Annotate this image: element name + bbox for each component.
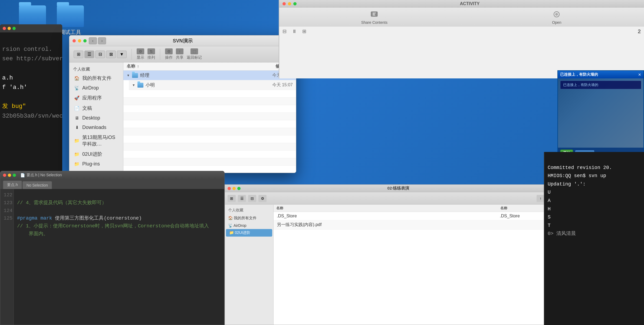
view-flow-btn[interactable]: ⊠ xyxy=(106,51,116,58)
view-col-btn[interactable]: ⊟ xyxy=(95,51,105,58)
be-max[interactable] xyxy=(13,174,16,177)
view-list-btn[interactable]: ☰ xyxy=(84,51,94,58)
view-dropdown[interactable]: ▼ xyxy=(117,51,127,58)
nav-back[interactable]: ‹ xyxy=(89,37,97,44)
minimize-button[interactable] xyxy=(8,27,11,30)
all-files-icon: 🏠 xyxy=(74,75,80,81)
brf-sidebar-item-2[interactable]: 📡 AirDrop xyxy=(225,222,273,229)
share-contents-icon xyxy=(369,9,380,19)
vm-close[interactable]: ✕ xyxy=(638,72,641,77)
file-name-xiaoming: 小明 xyxy=(146,82,155,88)
sort-btn[interactable]: ⇅ 排列 xyxy=(147,48,155,60)
term-line-u: U xyxy=(548,190,551,195)
plugins-icon: 📁 xyxy=(74,161,80,167)
file-rows: ▼ 经理 今天 15:07 ▼ 小明 今天 15:07 xyxy=(123,71,296,166)
brf-file-name-1: .DS_Store xyxy=(277,214,500,218)
rp-max[interactable] xyxy=(293,2,297,5)
sidebar-item-downloads[interactable]: ⬇ Downloads xyxy=(70,123,122,132)
brf-title: 02·练练表演 xyxy=(387,186,409,191)
display-btn[interactable]: ⚙ 显示 xyxy=(137,48,144,60)
bottom-right-finder: 02·练练表演 ⊞ ☰ ⊟ ⚙ ↑ 🔍 个人收藏 🏠 我的所有文件 📡 AirD… xyxy=(225,184,557,325)
file-row-empty-9 xyxy=(123,151,296,158)
vm-title: 已连接上，有防火墙的 xyxy=(560,72,637,77)
sidebar-item-heima[interactable]: 📁 第13期黑马iOS学科故… xyxy=(70,132,122,149)
be-tab-label: 要点.h | No Selection xyxy=(27,173,62,178)
sidebar-item-airdrop[interactable]: 📡 AirDrop xyxy=(70,83,122,93)
maximize-button[interactable] xyxy=(12,27,16,30)
folder-icon-jingli xyxy=(132,73,138,78)
nav-forward[interactable]: › xyxy=(98,37,106,44)
brf-action[interactable]: ⚙ xyxy=(258,195,267,202)
close-button[interactable] xyxy=(3,27,6,30)
desktop: 主程序集 调试工具 rsion control. see http://subv… xyxy=(0,0,644,325)
documents-icon: 📄 xyxy=(74,105,80,111)
brf-view3[interactable]: ⊟ xyxy=(248,195,256,202)
share-contents-tool[interactable]: Share Contents xyxy=(361,9,387,25)
rp-close[interactable] xyxy=(282,2,286,5)
desktop-label: Desktop xyxy=(82,115,100,121)
brf-share[interactable]: ↑ xyxy=(537,195,545,202)
col-name-header[interactable]: 名称 ↑ xyxy=(127,64,249,69)
be-min[interactable] xyxy=(8,174,11,177)
apps-label: 应用程序 xyxy=(82,95,102,101)
return-btn[interactable]: ⬚ 返回标记 xyxy=(187,48,202,60)
code-line-1: rsion control. xyxy=(2,46,52,53)
brf-view1[interactable]: ⊞ xyxy=(228,195,236,202)
brf-file-row-2[interactable]: 另一练习实践(内容).pdf xyxy=(274,220,557,230)
action-btn[interactable]: ⚙ 操作 xyxy=(165,48,173,60)
file-row-xiaoming[interactable]: ▼ 小明 今天 15:07 xyxy=(129,80,296,90)
code-content[interactable]: // 4、需求提及代码（其它大失败即可） #pragma mark 使用第三方图… xyxy=(14,189,224,325)
open-label: Open xyxy=(552,20,561,25)
file-row-empty-8 xyxy=(123,143,296,151)
brf-file-list: 名称 名称 .DS_Store .DS_Store 另一练习实践(内容).pdf xyxy=(274,205,557,325)
brf-view2[interactable]: ☰ xyxy=(238,195,246,202)
term-line-2: HMIOS:QQ sen$ svn up xyxy=(548,173,606,178)
terminal-content: Committed revision 20. HMIOS:QQ sen$ svn… xyxy=(544,152,644,250)
action-icon: ⚙ xyxy=(165,48,173,54)
rp-icon-1: ⊟ xyxy=(282,28,287,34)
file-row-jingli[interactable]: ▼ 经理 今天 15:07 xyxy=(123,71,296,80)
sidebar-item-plugins[interactable]: 📁 Plug-ins xyxy=(70,159,122,169)
finder-min[interactable] xyxy=(78,39,81,42)
folder-label-2: 调试工具 xyxy=(60,29,81,36)
view-icon-btn[interactable]: ⊞ xyxy=(74,51,83,58)
code-line-3: a.h xyxy=(2,75,13,81)
sidebar-item-apps[interactable]: 🚀 应用程序 xyxy=(70,93,122,103)
finder-close[interactable] xyxy=(73,39,76,42)
be-close[interactable] xyxy=(3,174,6,177)
file-row-name-jingli: ▼ 经理 xyxy=(127,72,249,78)
return-icon: ⬚ xyxy=(190,48,198,54)
term-line-1: Committed revision 20. xyxy=(548,165,612,170)
tab-yaodinh[interactable]: 要点.h xyxy=(3,181,22,189)
nav-arrows: ‹ › xyxy=(89,37,106,44)
ui-icon: 📁 xyxy=(74,151,80,157)
sidebar-item-ui[interactable]: 📁 02UI进阶 xyxy=(70,149,122,159)
svg-rect-3 xyxy=(373,15,375,15)
expand-triangle-jingli: ▼ xyxy=(127,74,130,77)
expand-triangle-xiaoming: ▼ xyxy=(132,83,135,87)
brf-file-row-1[interactable]: .DS_Store .DS_Store xyxy=(274,212,557,220)
brf-max[interactable] xyxy=(237,187,241,190)
tab-no-selection[interactable]: No Selection xyxy=(22,181,52,189)
brf-min[interactable] xyxy=(232,187,236,190)
brf-sidebar-item-1[interactable]: 🏠 我的所有文件 xyxy=(225,214,273,222)
right-panel-titlebar: ACTIVITY xyxy=(279,0,644,8)
file-row-empty-2 xyxy=(123,98,296,105)
rp-min[interactable] xyxy=(288,2,291,5)
code-line-5: 发 bug" xyxy=(2,103,26,110)
vm-notification-text: 已连接上，有防火墙的 xyxy=(560,81,641,89)
brf-close[interactable] xyxy=(228,187,231,190)
text-editor-content: rsion control. see http://subvers a.h f … xyxy=(0,32,62,133)
file-row-empty-1 xyxy=(123,90,296,98)
share-btn[interactable]: ↑ 共享 xyxy=(176,48,183,60)
finder-max[interactable] xyxy=(83,39,87,42)
sidebar-item-desktop[interactable]: 🖥 Desktop xyxy=(70,113,122,123)
share-contents-label: Share Contents xyxy=(361,20,387,25)
brf-sidebar-item-active[interactable]: 📁 02UI进阶 xyxy=(226,229,272,237)
svg-point-5 xyxy=(555,13,558,16)
code-line-2: see http://subvers xyxy=(2,55,62,62)
sidebar-item-documents[interactable]: 📄 文稿 xyxy=(70,103,122,113)
sidebar-item-all-files[interactable]: 🏠 我的所有文件 xyxy=(70,73,122,83)
file-row-empty-7 xyxy=(123,135,296,143)
open-tool[interactable]: Open xyxy=(551,9,562,25)
